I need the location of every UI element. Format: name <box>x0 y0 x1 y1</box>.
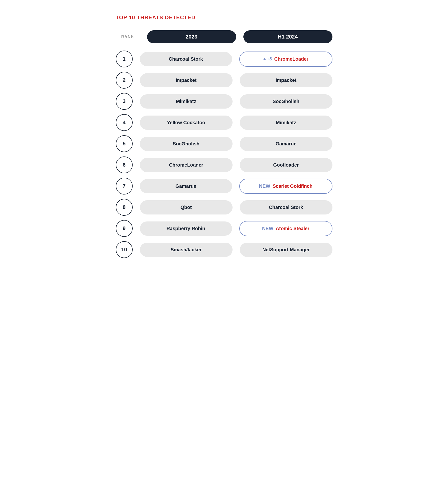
rank-circle: 10 <box>116 241 133 258</box>
threat-2024-pill: NetSupport Manager <box>240 243 332 257</box>
rank-column-header: RANK <box>116 35 140 39</box>
rank-circle: 2 <box>116 72 133 89</box>
threat-row: 8QbotCharcoal Stork <box>116 199 332 216</box>
threat-2023-pill: SocGholish <box>140 137 233 151</box>
threat-2023-pill: Mimikatz <box>140 94 233 109</box>
threat-name-new: Scarlet Goldfinch <box>273 183 313 189</box>
threat-2024-pill: Impacket <box>240 73 332 87</box>
col-2023-header: 2023 <box>147 30 236 43</box>
threat-2023-pill: Raspberry Robin <box>140 222 232 236</box>
arrow-up-icon <box>263 58 266 60</box>
threat-row: 9Raspberry RobinNEWAtomic Stealer <box>116 220 332 237</box>
rank-change-badge: +5 <box>263 56 272 62</box>
section-title: TOP 10 THREATS DETECTED <box>116 14 332 21</box>
rank-circle: 5 <box>116 135 133 152</box>
threat-row: 2ImpacketImpacket <box>116 72 332 89</box>
rank-circle: 6 <box>116 157 133 173</box>
threat-2024-pill: Mimikatz <box>240 115 332 130</box>
rank-circle: 4 <box>116 114 133 131</box>
threat-name-highlighted: ChromeLoader <box>274 56 308 62</box>
threat-2024-pill: Gamarue <box>240 137 332 151</box>
threat-2023-pill: Charcoal Stork <box>140 52 232 66</box>
threat-row: 7GamarueNEWScarlet Goldfinch <box>116 178 332 194</box>
threat-row: 5SocGholishGamarue <box>116 135 332 152</box>
new-badge: NEW <box>259 183 270 189</box>
threat-2023-pill: ChromeLoader <box>140 158 233 172</box>
threat-row: 1Charcoal Stork+5ChromeLoader <box>116 51 332 67</box>
threat-2024-pill: +5ChromeLoader <box>239 52 332 67</box>
threat-row: 10SmashJackerNetSupport Manager <box>116 241 332 258</box>
threats-table: 1Charcoal Stork+5ChromeLoader2ImpacketIm… <box>116 51 332 258</box>
threat-2024-pill: NEWScarlet Goldfinch <box>239 179 332 194</box>
threat-row: 4Yellow CockatooMimikatz <box>116 114 332 131</box>
threat-2023-pill: SmashJacker <box>140 243 233 257</box>
threat-2023-pill: Impacket <box>140 73 233 87</box>
rank-circle: 9 <box>116 220 133 237</box>
rank-circle: 1 <box>116 51 133 67</box>
col-2024-header: H1 2024 <box>243 30 332 43</box>
rank-circle: 7 <box>116 178 133 194</box>
new-badge: NEW <box>262 226 273 231</box>
rank-circle: 8 <box>116 199 133 216</box>
threat-2023-pill: Yellow Cockatoo <box>140 115 233 130</box>
threat-row: 6ChromeLoaderGootloader <box>116 157 332 173</box>
main-container: TOP 10 THREATS DETECTED RANK 2023 H1 202… <box>116 14 332 262</box>
threat-2024-pill: Charcoal Stork <box>240 200 332 214</box>
threat-name-new: Atomic Stealer <box>276 226 309 231</box>
threat-2024-pill: NEWAtomic Stealer <box>239 221 332 236</box>
threat-row: 3MimikatzSocGholish <box>116 93 332 110</box>
threat-2024-pill: SocGholish <box>240 94 332 109</box>
threat-2024-pill: Gootloader <box>240 158 332 172</box>
header-row: RANK 2023 H1 2024 <box>116 30 332 43</box>
threat-2023-pill: Gamarue <box>140 179 232 193</box>
rank-circle: 3 <box>116 93 133 110</box>
threat-2023-pill: Qbot <box>140 200 233 214</box>
